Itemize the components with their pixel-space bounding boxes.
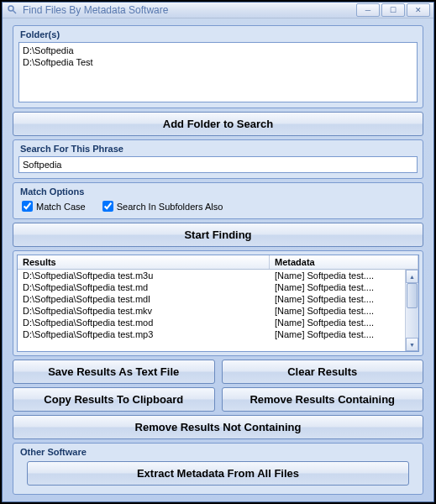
svg-line-1 (13, 10, 16, 13)
scroll-thumb[interactable] (407, 283, 418, 308)
app-icon (6, 3, 19, 17)
folder-item[interactable]: D:\Softpedia Test (23, 56, 413, 68)
extract-metadata-button[interactable]: Extract Metadata From All Files (27, 461, 409, 486)
table-row[interactable]: D:\Softpedia\Softpedia test.mp3[Name] So… (18, 328, 405, 340)
match-legend: Match Options (18, 186, 418, 197)
folder-list[interactable]: D:\Softpedia D:\Softpedia Test (18, 42, 418, 102)
save-results-button[interactable]: Save Results As Text File (13, 360, 215, 384)
match-case-option[interactable]: Match Case (22, 201, 86, 212)
results-column-meta[interactable]: Metadata (270, 255, 418, 269)
results-body: D:\Softpedia\Softpedia test.m3u[Name] So… (18, 270, 418, 351)
close-button[interactable]: ✕ (407, 3, 430, 17)
table-row[interactable]: D:\Softpedia\Softpedia test.mkv[Name] So… (18, 305, 405, 317)
search-legend: Search For This Phrase (18, 144, 418, 154)
scroll-track[interactable] (406, 283, 418, 338)
other-software-fieldset: Other Software Extract Metadata From All… (13, 443, 423, 495)
result-meta-cell: [Name] Softpedia test.... (270, 281, 405, 293)
results-column-file[interactable]: Results (18, 255, 270, 269)
folders-fieldset: Folder(s) D:\Softpedia D:\Softpedia Test (13, 25, 423, 108)
match-options-row: Match Case Search In Subfolders Also (18, 199, 418, 213)
button-row-2: Copy Results To Clipboard Remove Results… (13, 387, 423, 412)
maximize-button[interactable]: ☐ (381, 3, 405, 17)
scroll-up-arrow-icon[interactable]: ▲ (406, 270, 418, 283)
button-row-1: Save Results As Text File Clear Results (13, 360, 423, 384)
result-file-cell: D:\Softpedia\Softpedia test.mod (18, 317, 270, 328)
match-case-checkbox[interactable] (22, 201, 33, 212)
result-file-cell: D:\Softpedia\Softpedia test.md (18, 281, 270, 293)
result-file-cell: D:\Softpedia\Softpedia test.mp3 (18, 328, 270, 340)
folder-item[interactable]: D:\Softpedia (23, 45, 413, 56)
table-row[interactable]: D:\Softpedia\Softpedia test.m3u[Name] So… (18, 270, 405, 281)
result-file-cell: D:\Softpedia\Softpedia test.mkv (18, 305, 270, 317)
scroll-down-arrow-icon[interactable]: ▼ (406, 338, 418, 351)
search-fieldset: Search For This Phrase (13, 139, 423, 179)
result-meta-cell: [Name] Softpedia test.... (270, 317, 405, 328)
app-window: Find Files By Metadata Software ─ ☐ ✕ Fo… (2, 2, 434, 502)
add-folder-button[interactable]: Add Folder to Search (13, 112, 423, 136)
search-subfolders-label: Search In Subfolders Also (117, 202, 223, 212)
result-meta-cell: [Name] Softpedia test.... (270, 328, 405, 340)
table-row[interactable]: D:\Softpedia\Softpedia test.mdl[Name] So… (18, 293, 405, 305)
remove-not-containing-button[interactable]: Remove Results Not Containing (13, 415, 423, 439)
search-subfolders-option[interactable]: Search In Subfolders Also (102, 201, 223, 212)
match-fieldset: Match Options Match Case Search In Subfo… (13, 182, 423, 219)
minimize-button[interactable]: ─ (356, 3, 380, 17)
start-finding-button[interactable]: Start Finding (13, 223, 423, 247)
search-input[interactable] (18, 156, 418, 173)
result-meta-cell: [Name] Softpedia test.... (270, 305, 405, 317)
match-case-label: Match Case (36, 202, 86, 212)
copy-results-button[interactable]: Copy Results To Clipboard (13, 387, 215, 412)
results-scrollbar[interactable]: ▲ ▼ (405, 270, 418, 351)
results-fieldset: Results Metadata D:\Softpedia\Softpedia … (13, 250, 423, 356)
remove-containing-button[interactable]: Remove Results Containing (222, 387, 424, 412)
results-table[interactable]: Results Metadata D:\Softpedia\Softpedia … (17, 255, 419, 352)
folders-legend: Folder(s) (18, 29, 418, 39)
table-row[interactable]: D:\Softpedia\Softpedia test.mod[Name] So… (18, 317, 405, 328)
result-file-cell: D:\Softpedia\Softpedia test.mdl (18, 293, 270, 305)
window-controls: ─ ☐ ✕ (356, 3, 430, 17)
result-meta-cell: [Name] Softpedia test.... (270, 293, 405, 305)
window-title: Find Files By Metadata Software (23, 4, 356, 16)
results-header: Results Metadata (18, 255, 418, 270)
clear-results-button[interactable]: Clear Results (222, 360, 424, 384)
result-meta-cell: [Name] Softpedia test.... (270, 270, 405, 281)
result-file-cell: D:\Softpedia\Softpedia test.m3u (18, 270, 270, 281)
table-row[interactable]: D:\Softpedia\Softpedia test.md[Name] Sof… (18, 281, 405, 293)
content-area: Folder(s) D:\Softpedia D:\Softpedia Test… (3, 18, 433, 501)
search-subfolders-checkbox[interactable] (102, 201, 113, 212)
titlebar: Find Files By Metadata Software ─ ☐ ✕ (3, 3, 433, 18)
other-software-legend: Other Software (18, 447, 418, 457)
